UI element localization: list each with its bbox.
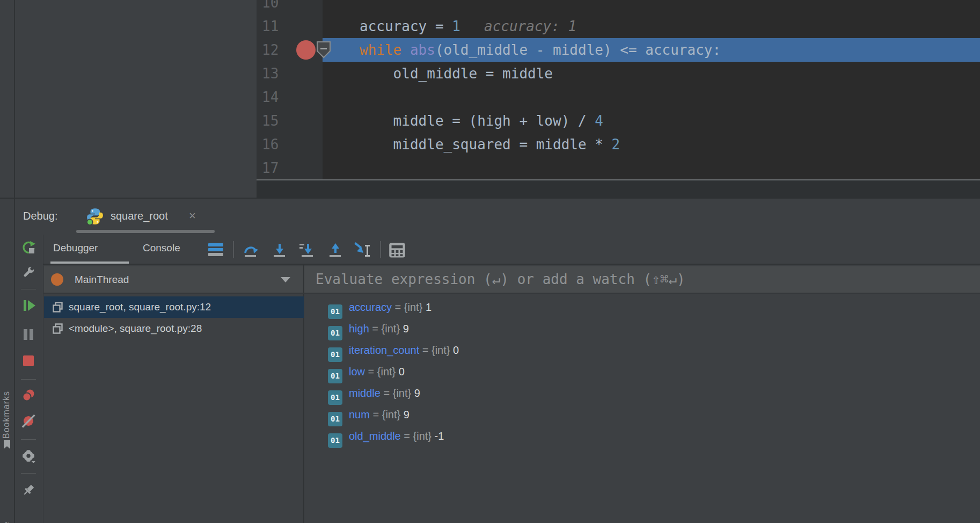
line-number: 13 — [262, 62, 279, 85]
frame-row[interactable]: <module>, square_root.py:28 — [44, 318, 304, 339]
code-line: accuracy = 1accuracy: 1 — [323, 14, 980, 38]
variable-name: old_middle — [349, 430, 401, 442]
variable-value: 1 — [426, 301, 432, 313]
debug-panel-title: Debug: — [23, 210, 58, 222]
execution-line: while abs(old_middle - middle) <= accura… — [323, 38, 980, 62]
fold-marker-icon[interactable] — [316, 41, 332, 59]
step-into-my-code-icon[interactable] — [298, 242, 315, 258]
rerun-icon[interactable] — [21, 241, 35, 255]
variable-name: accuracy — [349, 301, 392, 313]
line-number: 12 — [262, 38, 279, 62]
int-type-icon: 01 — [328, 326, 342, 340]
variable-type: = {int} — [370, 409, 404, 420]
thread-selector[interactable]: MainThread — [44, 266, 303, 293]
variable-value: 9 — [414, 387, 420, 399]
line-number: 17 — [262, 156, 279, 179]
show-execution-point-icon[interactable] — [208, 243, 223, 256]
code-line: old_middle = middle — [323, 62, 980, 85]
line-number: 15 — [262, 109, 279, 133]
editor-gutter[interactable]: 1011121314151617 — [257, 0, 323, 179]
debug-panel-top-border — [0, 198, 980, 199]
stack-frame-icon — [52, 323, 64, 335]
variable-value: 9 — [404, 409, 409, 420]
int-type-icon: 01 — [328, 412, 342, 426]
stop-icon[interactable] — [21, 354, 35, 368]
variable-type: = {int} — [419, 344, 453, 356]
python-logo-icon — [86, 207, 104, 226]
variable-row[interactable]: 01accuracy = {int} 1 — [328, 296, 432, 318]
variable-row[interactable]: 01num = {int} 9 — [328, 404, 409, 425]
variable-type: = {int} — [401, 430, 435, 442]
code-editor[interactable]: accuracy = 1accuracy: 1while abs(old_mid… — [323, 0, 980, 179]
variable-row[interactable]: 01old_middle = {int} -1 — [328, 425, 444, 447]
line-number: 16 — [262, 133, 279, 156]
toolbar-separator — [233, 241, 234, 258]
pause-icon[interactable] — [21, 328, 35, 342]
variable-type: = {int} — [365, 366, 399, 377]
thread-name: MainThread — [75, 266, 129, 293]
variable-type: = {int} — [369, 323, 403, 335]
settings-gear-icon[interactable] — [21, 449, 35, 463]
variable-name: middle — [349, 387, 381, 399]
evaluate-placeholder: Evaluate expression (↵) or add a watch (… — [316, 266, 685, 293]
variable-value: 0 — [399, 366, 405, 377]
variable-row[interactable]: 01high = {int} 9 — [328, 318, 409, 339]
wrench-icon[interactable] — [21, 265, 35, 279]
evaluate-expression-icon[interactable] — [389, 242, 406, 259]
stack-frame-icon — [52, 301, 64, 314]
tab-session-square-root[interactable]: square_root — [111, 210, 168, 222]
pycharm-debug-window: 1011121314151617 accuracy = 1accuracy: 1… — [0, 0, 980, 523]
variable-row[interactable]: 01iteration_count = {int} 0 — [328, 339, 459, 361]
resume-icon[interactable] — [21, 299, 35, 313]
toolbar-separator — [21, 439, 36, 440]
variable-value: -1 — [435, 430, 444, 442]
int-type-icon: 01 — [328, 304, 342, 319]
chevron-down-icon — [281, 277, 290, 282]
active-session-tab-underline — [76, 230, 215, 233]
step-over-icon[interactable] — [243, 242, 259, 258]
frame-label: square_root, square_root.py:12 — [69, 296, 211, 318]
variable-type: = {int} — [381, 387, 414, 399]
line-number: 11 — [262, 14, 279, 38]
int-type-icon: 01 — [328, 433, 342, 448]
toolbar-separator — [21, 473, 36, 474]
toolbar-separator — [21, 289, 36, 289]
code-line — [323, 0, 980, 14]
toolbar-bottom-border — [43, 264, 980, 265]
variable-value: 9 — [403, 323, 409, 335]
variable-name: low — [349, 366, 365, 377]
stripe-button-structure[interactable]: Structure — [2, 486, 11, 523]
code-line — [323, 156, 980, 179]
breakpoint-icon[interactable] — [296, 40, 316, 60]
tab-debugger[interactable]: Debugger — [53, 242, 98, 254]
int-type-icon: 01 — [328, 390, 342, 405]
debugger-inline-value: accuracy: 1 — [484, 14, 576, 38]
variable-row[interactable]: 01low = {int} 0 — [328, 361, 405, 382]
toolbar-column-divider — [43, 235, 43, 523]
bookmark-icon[interactable] — [2, 439, 12, 450]
evaluate-expression-input[interactable]: Evaluate expression (↵) or add a watch (… — [304, 266, 980, 293]
code-line — [323, 85, 980, 109]
editor-lower-band — [257, 180, 980, 199]
step-out-icon[interactable] — [327, 242, 343, 258]
variable-value: 0 — [453, 344, 459, 356]
code-line: middle_squared = middle * 2 — [323, 133, 980, 156]
variable-name: num — [349, 409, 370, 420]
close-icon[interactable]: × — [189, 209, 196, 223]
frame-row[interactable]: square_root, square_root.py:12 — [44, 296, 304, 318]
thread-status-icon — [51, 273, 63, 286]
mute-breakpoints-icon[interactable] — [21, 414, 35, 428]
step-into-icon[interactable] — [272, 242, 288, 258]
variable-name: iteration_count — [349, 344, 419, 356]
int-type-icon: 01 — [328, 369, 342, 383]
variable-row[interactable]: 01middle = {int} 9 — [328, 382, 420, 404]
line-number: 10 — [262, 0, 279, 14]
run-to-cursor-icon[interactable] — [352, 241, 372, 259]
frame-label: <module>, square_root.py:28 — [69, 318, 202, 339]
view-breakpoints-icon[interactable] — [21, 388, 35, 402]
toolwindow-stripe: Bookmarks Structure — [0, 0, 15, 523]
variable-type: = {int} — [392, 301, 426, 313]
stripe-button-bookmarks[interactable]: Bookmarks — [2, 364, 11, 439]
tab-console[interactable]: Console — [143, 242, 180, 254]
pin-icon[interactable] — [21, 483, 35, 497]
